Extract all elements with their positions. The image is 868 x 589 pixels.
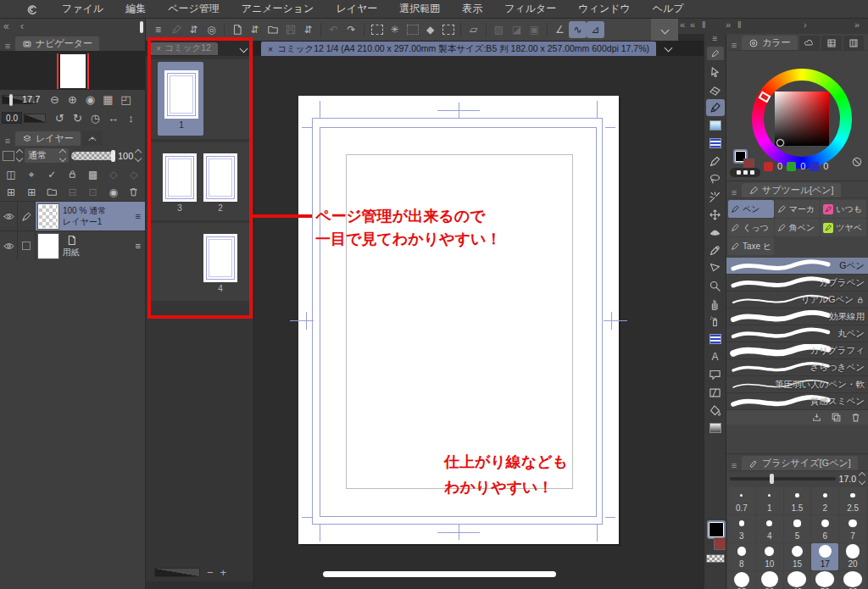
blend-tool-icon[interactable] <box>706 224 725 241</box>
back-icon[interactable]: ‹ <box>20 20 24 32</box>
ruler-c-icon[interactable]: ▣ <box>526 21 543 38</box>
palette-color-swatch[interactable] <box>3 151 14 161</box>
layer-item-body[interactable]: 用紙≡ <box>36 231 145 260</box>
full-view-icon[interactable]: ◰ <box>117 93 135 106</box>
layer-edit-cell[interactable] <box>18 231 36 260</box>
updown-icon[interactable]: ⇵ <box>185 21 203 38</box>
save-icon[interactable] <box>281 21 299 38</box>
layer-item-body[interactable]: 100 % 通常レイヤー1≡ <box>36 202 145 231</box>
brush-size-7[interactable]: 7 <box>839 515 866 542</box>
deselect-icon[interactable] <box>403 21 421 38</box>
panel-expand-icon[interactable]: » <box>854 19 860 30</box>
transfer-down-icon[interactable]: ⊟ <box>64 186 80 198</box>
brush-size-2[interactable]: 2 <box>811 487 838 514</box>
document-tab[interactable]: × コミック12 1/4 (A4 210.00 x 297.00mm 製本サイズ… <box>261 42 656 56</box>
tab-approx-color[interactable] <box>799 36 820 50</box>
brush-リアルGペン[interactable]: リアルGペン <box>726 292 868 308</box>
chevron-down-icon[interactable] <box>665 44 673 53</box>
dock-handle-icon[interactable]: ‖ <box>737 19 742 30</box>
snap-special-ruler-icon[interactable]: ∿ <box>569 21 587 38</box>
brush-size-40[interactable]: 40 <box>784 571 811 589</box>
snap-grid-icon[interactable]: ⊿ <box>587 21 604 38</box>
move-tool-icon[interactable] <box>706 206 725 223</box>
tool-panel-tab[interactable] <box>707 47 724 60</box>
colorize-tool-icon[interactable] <box>706 117 725 134</box>
brush-ざらつきペン[interactable]: ざらつきペン <box>726 359 868 376</box>
tab-intermediate-color[interactable] <box>843 36 864 50</box>
brush-size-1.5[interactable]: 1.5 <box>784 487 811 514</box>
brush-size-slider[interactable] <box>730 477 836 481</box>
checkbox-icon[interactable] <box>22 242 31 250</box>
blend-mode-dropdown[interactable]: 通常 <box>25 148 69 163</box>
dock-resize-handle[interactable] <box>140 21 143 33</box>
brush-カリグラフィ[interactable]: カリグラフィ <box>726 342 868 359</box>
layer-mask-icon[interactable]: ◉ <box>106 186 121 198</box>
menu-item-1[interactable]: 編集 <box>114 0 157 18</box>
brush-size-30[interactable]: 30 <box>756 571 783 589</box>
transform-icon[interactable] <box>439 21 457 38</box>
frame-border-tool-icon[interactable] <box>706 384 725 401</box>
brush-size-50[interactable]: 50 <box>811 571 838 589</box>
figure-tool-icon[interactable] <box>706 259 725 276</box>
pen-tool-icon[interactable] <box>706 99 725 116</box>
rotation-slider[interactable] <box>24 114 46 123</box>
ruler-b-icon[interactable]: ◪ <box>508 21 526 38</box>
tab-brush-size[interactable]: ブラシサイズ[Gペン] <box>742 456 858 470</box>
draft-layer-icon[interactable]: ⌖ <box>24 169 39 181</box>
lock-layer-icon[interactable] <box>64 169 80 180</box>
decoration-tool-icon[interactable] <box>706 135 725 152</box>
brush-筆圧弱い人のペン・軟[interactable]: 筆圧弱い人のペン・軟 <box>726 376 868 393</box>
toolbar-overflow-button[interactable] <box>651 19 678 41</box>
merge-down-icon[interactable]: ⊡ <box>86 186 101 198</box>
panel-menu-icon[interactable]: ≡ <box>728 460 740 470</box>
dock-collapse-icon[interactable]: « <box>680 19 685 30</box>
panel-menu-icon[interactable]: ≡ <box>2 136 14 146</box>
text-tool-icon[interactable]: A <box>706 348 725 365</box>
brush-size-3[interactable]: 3 <box>728 515 755 542</box>
ruler-range-icon[interactable]: ◇ <box>126 169 142 181</box>
updown-icon[interactable]: ⇵ <box>246 21 264 38</box>
polygon-icon[interactable]: ▱ <box>465 21 482 38</box>
snap-ruler-icon[interactable]: ∠ <box>551 21 569 38</box>
brush-size-1[interactable]: 1 <box>756 487 783 514</box>
shimmer-select-icon[interactable]: ✳ <box>386 21 403 38</box>
hand-tool-icon[interactable] <box>706 295 725 312</box>
brush-size-0.7[interactable]: 0.7 <box>728 487 755 514</box>
tab-layer[interactable]: レイヤー <box>15 131 81 146</box>
new-document-icon[interactable] <box>228 21 246 38</box>
enable-mask-icon[interactable]: ◇ <box>106 169 121 181</box>
airbrush-tool-icon[interactable] <box>706 313 725 330</box>
lasso-tool-icon[interactable] <box>706 170 725 187</box>
brush-カブラペン[interactable]: カブラペン <box>726 275 868 292</box>
canvas-area[interactable] <box>254 56 704 589</box>
subtool-group-くっつ[interactable]: くっつ <box>728 219 774 236</box>
menu-item-7[interactable]: フィルター <box>493 0 567 18</box>
layer-visibility-cell[interactable] <box>0 231 18 260</box>
brush-Gペン[interactable]: Gペン <box>726 258 868 275</box>
menu-item-5[interactable]: 選択範囲 <box>388 0 451 18</box>
new-folder-icon[interactable] <box>44 186 59 197</box>
saturated-lines-tool-icon[interactable] <box>706 331 725 347</box>
gradient-tool-icon[interactable] <box>706 420 725 436</box>
menu-icon[interactable]: ≡ <box>149 21 167 38</box>
duplicate-brush-icon[interactable] <box>831 412 842 423</box>
main-color-swatch[interactable] <box>707 520 726 539</box>
brush-質感スミペン[interactable]: 質感スミペン <box>726 393 868 410</box>
panel-menu-icon[interactable]: ≡ <box>728 40 740 50</box>
rotation-value[interactable]: 0.0 <box>2 112 22 124</box>
navigator-preview[interactable] <box>0 51 145 90</box>
opacity-slider[interactable] <box>71 152 115 160</box>
flip-vertical-icon[interactable]: ↕ <box>122 112 140 125</box>
menu-item-8[interactable]: ウィンドウ <box>567 0 641 18</box>
menu-item-3[interactable]: アニメーション <box>231 0 326 18</box>
dock-expand-icon[interactable]: » <box>726 19 731 30</box>
close-icon[interactable]: × <box>268 44 273 54</box>
layer-visibility-cell[interactable] <box>0 202 18 231</box>
opacity-stepper[interactable] <box>136 150 141 161</box>
fit-area-icon[interactable]: ▦ <box>99 93 117 106</box>
brush-size-5[interactable]: 5 <box>784 515 811 542</box>
brush-size-2.5[interactable]: 2.5 <box>839 487 866 514</box>
subtool-group-いつも[interactable]: いつも <box>821 200 866 218</box>
panel-menu-icon[interactable]: ≡ <box>704 34 726 46</box>
layer-row-レイヤー1[interactable]: 100 % 通常レイヤー1≡ <box>0 201 145 231</box>
